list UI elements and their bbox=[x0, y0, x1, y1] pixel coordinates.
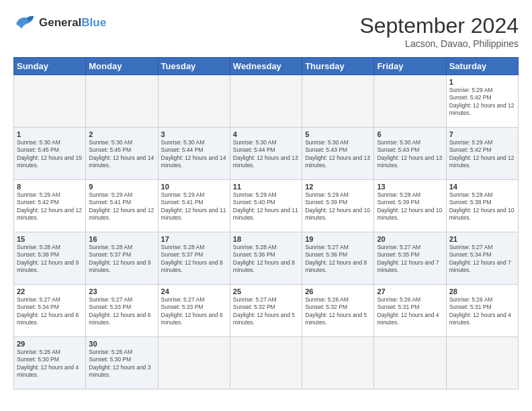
calendar-day-1: 1Sunrise: 5:30 AMSunset: 5:45 PMDaylight… bbox=[14, 128, 86, 180]
calendar-day-18: 18Sunrise: 5:28 AMSunset: 5:36 PMDayligh… bbox=[230, 232, 302, 285]
logo-text: GeneralBlue bbox=[39, 16, 106, 30]
calendar-week-3: 8Sunrise: 5:29 AMSunset: 5:42 PMDaylight… bbox=[14, 180, 519, 232]
calendar-day-empty bbox=[86, 75, 158, 128]
calendar-day-empty bbox=[302, 337, 374, 390]
header-wednesday: Wednesday bbox=[230, 58, 302, 75]
header-monday: Monday bbox=[86, 58, 158, 75]
calendar-day-11: 11Sunrise: 5:29 AMSunset: 5:40 PMDayligh… bbox=[230, 180, 302, 232]
calendar-day-10: 10Sunrise: 5:29 AMSunset: 5:41 PMDayligh… bbox=[158, 180, 230, 232]
calendar-day-empty bbox=[158, 337, 230, 390]
calendar-day-30: 30Sunrise: 5:26 AMSunset: 5:30 PMDayligh… bbox=[86, 337, 158, 390]
calendar-day-8: 8Sunrise: 5:29 AMSunset: 5:42 PMDaylight… bbox=[14, 180, 86, 232]
calendar-day-22: 22Sunrise: 5:27 AMSunset: 5:34 PMDayligh… bbox=[14, 285, 86, 337]
calendar-week-4: 15Sunrise: 5:28 AMSunset: 5:38 PMDayligh… bbox=[14, 232, 519, 285]
logo: GeneralBlue bbox=[13, 13, 106, 32]
calendar-table: SundayMondayTuesdayWednesdayThursdayFrid… bbox=[13, 57, 519, 390]
calendar-day-29: 29Sunrise: 5:26 AMSunset: 5:30 PMDayligh… bbox=[14, 337, 86, 390]
calendar-day-empty bbox=[374, 337, 446, 390]
calendar-week-6: 29Sunrise: 5:26 AMSunset: 5:30 PMDayligh… bbox=[14, 337, 519, 390]
header-friday: Friday bbox=[374, 58, 446, 75]
calendar-day-3: 3Sunrise: 5:30 AMSunset: 5:44 PMDaylight… bbox=[158, 128, 230, 180]
calendar-day-21: 21Sunrise: 5:27 AMSunset: 5:34 PMDayligh… bbox=[446, 232, 518, 285]
page: GeneralBlue September 2024 Lacson, Davao… bbox=[0, 0, 532, 411]
calendar-day-27: 27Sunrise: 5:26 AMSunset: 5:31 PMDayligh… bbox=[374, 285, 446, 337]
calendar-body: 1Sunrise: 5:29 AMSunset: 5:42 PMDaylight… bbox=[14, 75, 519, 390]
header: GeneralBlue September 2024 Lacson, Davao… bbox=[13, 13, 519, 49]
calendar-day-16: 16Sunrise: 5:28 AMSunset: 5:37 PMDayligh… bbox=[86, 232, 158, 285]
header-sunday: Sunday bbox=[14, 58, 86, 75]
calendar-day-empty bbox=[230, 75, 302, 128]
calendar-day-9: 9Sunrise: 5:29 AMSunset: 5:41 PMDaylight… bbox=[86, 180, 158, 232]
header-thursday: Thursday bbox=[302, 58, 374, 75]
calendar-day-4: 4Sunrise: 5:30 AMSunset: 5:44 PMDaylight… bbox=[230, 128, 302, 180]
calendar-day-empty bbox=[446, 337, 518, 390]
calendar-day-7: 7Sunrise: 5:29 AMSunset: 5:42 PMDaylight… bbox=[446, 128, 518, 180]
calendar-header-row: SundayMondayTuesdayWednesdayThursdayFrid… bbox=[14, 58, 519, 75]
title-block: September 2024 Lacson, Davao, Philippine… bbox=[359, 13, 519, 49]
calendar-day-17: 17Sunrise: 5:28 AMSunset: 5:37 PMDayligh… bbox=[158, 232, 230, 285]
calendar-day-12: 12Sunrise: 5:29 AMSunset: 5:39 PMDayligh… bbox=[302, 180, 374, 232]
calendar-week-5: 22Sunrise: 5:27 AMSunset: 5:34 PMDayligh… bbox=[14, 285, 519, 337]
header-saturday: Saturday bbox=[446, 58, 518, 75]
calendar-day-23: 23Sunrise: 5:27 AMSunset: 5:33 PMDayligh… bbox=[86, 285, 158, 337]
calendar-day-28: 28Sunrise: 5:26 AMSunset: 5:31 PMDayligh… bbox=[446, 285, 518, 337]
calendar-day-19: 19Sunrise: 5:27 AMSunset: 5:36 PMDayligh… bbox=[302, 232, 374, 285]
calendar-day-empty bbox=[302, 75, 374, 128]
calendar-day-2: 2Sunrise: 5:30 AMSunset: 5:45 PMDaylight… bbox=[86, 128, 158, 180]
calendar-day-empty bbox=[158, 75, 230, 128]
calendar-day-5: 5Sunrise: 5:30 AMSunset: 5:43 PMDaylight… bbox=[302, 128, 374, 180]
logo-icon bbox=[13, 13, 35, 32]
calendar-week-1: 1Sunrise: 5:29 AMSunset: 5:42 PMDaylight… bbox=[14, 75, 519, 128]
calendar-day-15: 15Sunrise: 5:28 AMSunset: 5:38 PMDayligh… bbox=[14, 232, 86, 285]
calendar-day-1: 1Sunrise: 5:29 AMSunset: 5:42 PMDaylight… bbox=[446, 75, 518, 128]
location: Lacson, Davao, Philippines bbox=[359, 38, 519, 49]
calendar-day-empty bbox=[14, 75, 86, 128]
calendar-week-2: 1Sunrise: 5:30 AMSunset: 5:45 PMDaylight… bbox=[14, 128, 519, 180]
calendar-day-empty bbox=[230, 337, 302, 390]
calendar-day-24: 24Sunrise: 5:27 AMSunset: 5:33 PMDayligh… bbox=[158, 285, 230, 337]
calendar-day-20: 20Sunrise: 5:27 AMSunset: 5:35 PMDayligh… bbox=[374, 232, 446, 285]
calendar-day-empty bbox=[374, 75, 446, 128]
calendar-day-13: 13Sunrise: 5:28 AMSunset: 5:39 PMDayligh… bbox=[374, 180, 446, 232]
calendar-day-25: 25Sunrise: 5:27 AMSunset: 5:32 PMDayligh… bbox=[230, 285, 302, 337]
header-tuesday: Tuesday bbox=[158, 58, 230, 75]
month-title: September 2024 bbox=[359, 13, 519, 38]
calendar-day-14: 14Sunrise: 5:28 AMSunset: 5:38 PMDayligh… bbox=[446, 180, 518, 232]
calendar-day-26: 26Sunrise: 5:26 AMSunset: 5:32 PMDayligh… bbox=[302, 285, 374, 337]
calendar-day-6: 6Sunrise: 5:30 AMSunset: 5:43 PMDaylight… bbox=[374, 128, 446, 180]
